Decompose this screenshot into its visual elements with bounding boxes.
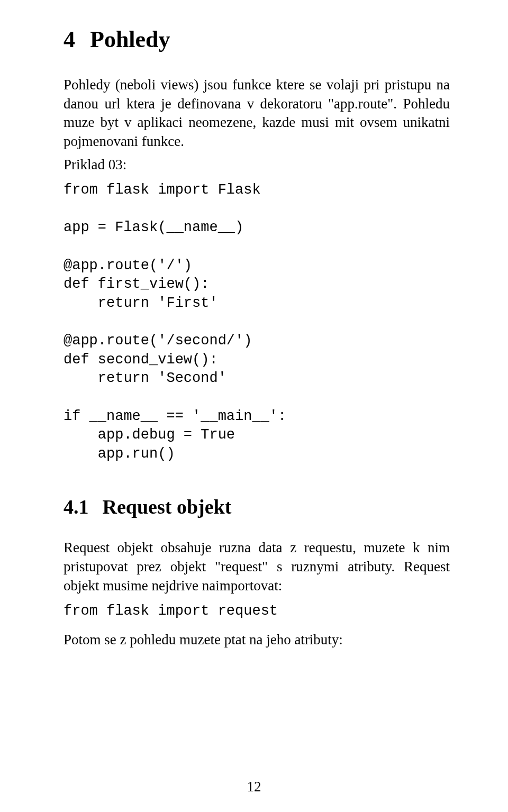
subsection-heading: 4.1Request objekt xyxy=(64,496,450,519)
page-number: 12 xyxy=(0,779,508,795)
subsection-title: Request objekt xyxy=(103,496,232,518)
code-block-1: from flask import Flask app = Flask(__na… xyxy=(64,181,450,463)
code-block-2: from flask import request xyxy=(64,602,450,621)
section-title: Pohledy xyxy=(90,26,170,52)
subsection-number: 4.1 xyxy=(64,496,89,519)
page: 4Pohledy Pohledy (neboli views) jsou fun… xyxy=(0,0,508,812)
paragraph-3: Potom se z pohledu muzete ptat na jeho a… xyxy=(64,631,450,650)
example-label: Priklad 03: xyxy=(64,156,450,175)
paragraph-2: Request objekt obsahuje ruzna data z req… xyxy=(64,539,450,596)
section-number: 4 xyxy=(64,26,75,53)
paragraph-1: Pohledy (neboli views) jsou funkce ktere… xyxy=(64,76,450,152)
section-heading: 4Pohledy xyxy=(64,26,450,53)
